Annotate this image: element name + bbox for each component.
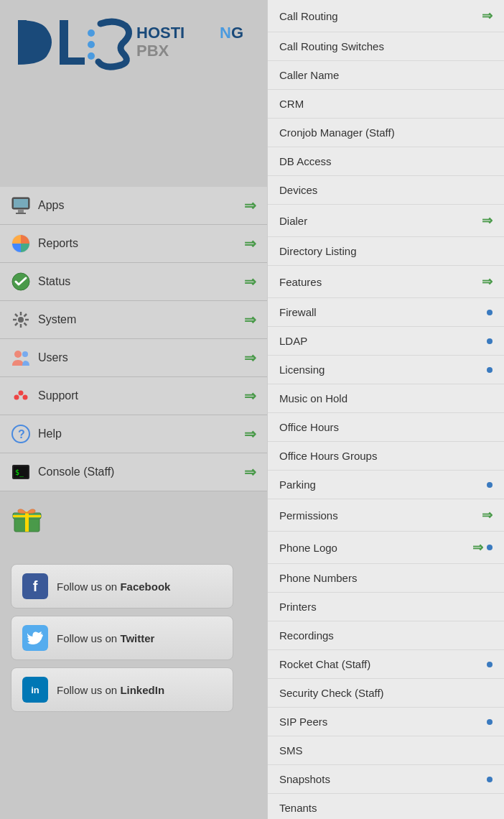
social-section: f Follow us on Facebook Follow us on Twi… [0, 557, 267, 726]
dropdown-arrow-phone-logo: ⇒ [472, 540, 483, 555]
dropdown-item-cronjob-manager[interactable]: Cronjob Manager (Staff) [268, 119, 504, 147]
sidebar-item-support[interactable]: Support ⇒ [0, 377, 267, 415]
dropdown-label-parking: Parking [279, 478, 483, 491]
dropdown-item-phone-numbers[interactable]: Phone Numbers [268, 564, 504, 593]
svg-rect-1 [60, 20, 68, 63]
sidebar-item-console[interactable]: $_ Console (Staff) ⇒ [0, 453, 267, 491]
sidebar-item-reports[interactable]: Reports ⇒ [0, 225, 267, 263]
dropdown-item-call-routing-switches[interactable]: Call Routing Switches [268, 32, 504, 61]
console-icon: $_ [11, 462, 31, 482]
promo-area [11, 506, 256, 535]
dropdown-label-ldap: LDAP [279, 335, 483, 347]
dropdown-arrow-call-routing: ⇒ [482, 8, 493, 24]
dropdown-item-directory-listing[interactable]: Directory Listing [268, 237, 504, 266]
svg-text:$_: $_ [15, 468, 24, 477]
sidebar-item-status[interactable]: Status ⇒ [0, 263, 267, 301]
dropdown-item-security-check[interactable]: Security Check (Staff) [268, 679, 504, 708]
dropdown-item-licensing[interactable]: Licensing [268, 356, 504, 384]
svg-point-25 [14, 351, 22, 358]
dropdown-item-firewall[interactable]: Firewall [268, 298, 504, 327]
dropdown-label-security-check: Security Check (Staff) [279, 687, 493, 699]
svg-rect-37 [25, 512, 29, 532]
dropdown-item-crm[interactable]: CRM [268, 90, 504, 119]
dropdown-item-parking[interactable]: Parking [268, 471, 504, 499]
logo: HOSTI N G PBX [11, 13, 276, 74]
nav-items: Apps ⇒ Reports ⇒ [0, 187, 267, 491]
dropdown-label-sip-peers: SIP Peers [279, 716, 483, 728]
reports-icon [11, 233, 31, 254]
sidebar-item-help[interactable]: ? Help ⇒ [0, 415, 267, 453]
twitter-text: Follow us on Twitter [57, 632, 154, 644]
users-icon [11, 348, 31, 368]
sidebar-item-system[interactable]: System ⇒ [0, 301, 267, 339]
svg-line-23 [24, 314, 27, 317]
dropdown-item-phone-logo[interactable]: Phone Logo⇒ [268, 532, 504, 564]
dropdown-item-music-on-hold[interactable]: Music on Hold [268, 384, 504, 413]
twitter-button[interactable]: Follow us on Twitter [11, 616, 233, 660]
svg-rect-2 [60, 57, 85, 65]
svg-point-16 [18, 317, 24, 323]
status-icon [11, 272, 31, 292]
system-arrow: ⇒ [244, 311, 256, 328]
svg-text:N: N [220, 24, 231, 42]
dropdown-item-snapshots[interactable]: Snapshots [268, 765, 504, 794]
dropdown-label-music-on-hold: Music on Hold [279, 392, 493, 404]
dropdown-item-printers[interactable]: Printers [268, 593, 504, 621]
dropdown-item-sip-peers[interactable]: SIP Peers [268, 708, 504, 736]
dropdown-item-call-routing[interactable]: Call Routing⇒ [268, 0, 504, 32]
dropdown-label-printers: Printers [279, 601, 493, 613]
sidebar: HOSTI N G PBX Apps ⇒ [0, 0, 267, 819]
dropdown-label-crm: CRM [279, 98, 493, 110]
linkedin-text: Follow us on LinkedIn [57, 684, 164, 696]
dropdown-item-features[interactable]: Features⇒ [268, 266, 504, 298]
dropdown-dot-snapshots [487, 777, 493, 782]
dropdown-label-office-hours: Office Hours [279, 421, 493, 433]
svg-point-26 [22, 351, 28, 357]
dropdown-menu: Call Routing⇒Call Routing SwitchesCaller… [267, 0, 504, 819]
linkedin-button[interactable]: in Follow us on LinkedIn [11, 667, 233, 712]
dropdown-list: Call Routing⇒Call Routing SwitchesCaller… [268, 0, 504, 819]
apps-arrow: ⇒ [244, 197, 256, 214]
dropdown-item-caller-name[interactable]: Caller Name [268, 61, 504, 90]
twitter-icon [22, 625, 48, 651]
dropdown-label-caller-name: Caller Name [279, 69, 493, 81]
dropdown-item-office-hours-groups[interactable]: Office Hours Groups [268, 442, 504, 471]
dropdown-item-recordings[interactable]: Recordings [268, 621, 504, 650]
console-label: Console (Staff) [38, 466, 244, 478]
users-label: Users [38, 351, 244, 364]
dropdown-dot-phone-logo [487, 545, 493, 550]
linkedin-icon: in [22, 677, 48, 703]
dropdown-dot-sip-peers [487, 719, 493, 725]
dropdown-item-db-access[interactable]: DB Access [268, 147, 504, 176]
logo-area: HOSTI N G PBX [0, 0, 267, 86]
dropdown-item-permissions[interactable]: Permissions⇒ [268, 499, 504, 532]
dropdown-label-features: Features [279, 276, 482, 288]
dropdown-item-tenants[interactable]: Tenants [268, 794, 504, 819]
dropdown-item-rocket-chat[interactable]: Rocket Chat (Staff) [268, 650, 504, 679]
svg-rect-11 [14, 199, 28, 208]
sidebar-item-apps[interactable]: Apps ⇒ [0, 187, 267, 225]
dropdown-label-rocket-chat: Rocket Chat (Staff) [279, 658, 483, 670]
sidebar-item-users[interactable]: Users ⇒ [0, 339, 267, 377]
svg-point-4 [88, 41, 95, 48]
dropdown-label-tenants: Tenants [279, 802, 493, 814]
dropdown-item-sms[interactable]: SMS [268, 736, 504, 765]
dropdown-arrow-permissions: ⇒ [482, 507, 493, 523]
svg-line-22 [24, 323, 27, 326]
dropdown-item-devices[interactable]: Devices [268, 176, 504, 205]
dropdown-label-phone-numbers: Phone Numbers [279, 572, 493, 584]
users-arrow: ⇒ [244, 349, 256, 366]
dropdown-item-dialer[interactable]: Dialer⇒ [268, 205, 504, 237]
dropdown-label-cronjob-manager: Cronjob Manager (Staff) [279, 126, 493, 139]
svg-text:PBX: PBX [136, 42, 169, 60]
dropdown-item-ldap[interactable]: LDAP [268, 327, 504, 356]
help-icon: ? [11, 424, 31, 444]
system-icon [11, 310, 31, 330]
dropdown-arrow-dialer: ⇒ [482, 213, 493, 228]
dropdown-item-office-hours[interactable]: Office Hours [268, 413, 504, 442]
svg-point-27 [14, 395, 19, 400]
facebook-button[interactable]: f Follow us on Facebook [11, 564, 233, 609]
dropdown-label-recordings: Recordings [279, 629, 493, 642]
support-label: Support [38, 389, 244, 402]
dropdown-label-call-routing: Call Routing [279, 10, 482, 22]
